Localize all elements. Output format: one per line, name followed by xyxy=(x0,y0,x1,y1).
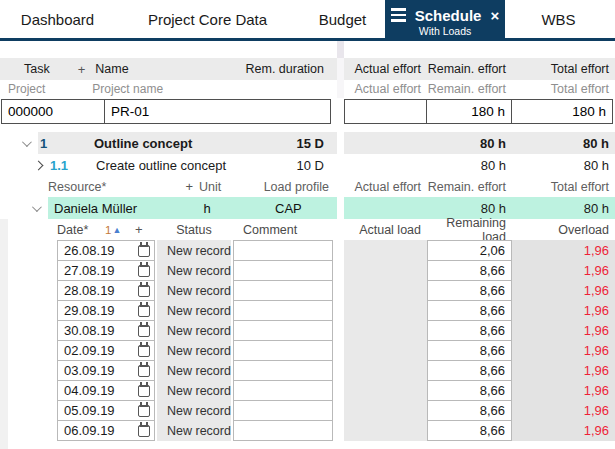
load-row: 27.08.19New record8,661,96 xyxy=(0,260,615,281)
col-date-label: Date* xyxy=(57,223,105,237)
add-resource-icon[interactable]: + xyxy=(185,179,193,194)
date-cell[interactable]: 28.08.19 xyxy=(57,280,155,301)
remaining-load-cell[interactable]: 8,66 xyxy=(427,280,512,301)
chevron-right-icon[interactable] xyxy=(34,160,44,170)
tab-budget[interactable]: Budget xyxy=(300,0,385,38)
tab-project-core-data[interactable]: Project Core Data xyxy=(115,0,300,38)
actual-load-cell xyxy=(344,320,427,341)
date-cell[interactable]: 06.09.19 xyxy=(57,420,155,441)
resource-total-effort: 80 h xyxy=(512,201,615,216)
calendar-icon[interactable] xyxy=(138,425,150,437)
date-cell[interactable]: 04.09.19 xyxy=(57,380,155,401)
task-row-1-1: 1.1 Create outline concept 10 D 80 h 80 … xyxy=(0,154,615,176)
overload-cell: 1,96 xyxy=(512,240,615,261)
calendar-icon[interactable] xyxy=(138,265,150,277)
task-rem-duration: 15 D xyxy=(297,136,337,151)
overload-cell: 1,96 xyxy=(512,420,615,441)
resource-remain-effort: 80 h xyxy=(427,201,512,216)
resource-header-row: Resource* + Unit Load profile Actual eff… xyxy=(0,176,615,197)
calendar-icon[interactable] xyxy=(138,365,150,377)
remaining-load-cell[interactable]: 8,66 xyxy=(427,340,512,361)
task-number[interactable]: 1.1 xyxy=(48,158,96,173)
status-value: New record xyxy=(167,344,231,358)
date-cell[interactable]: 26.08.19 xyxy=(57,240,155,261)
status-value: New record xyxy=(167,264,231,278)
remaining-load-cell[interactable]: 8,66 xyxy=(427,300,512,321)
col-comment-label: Comment xyxy=(231,223,337,237)
resource-row-daniela-mueller[interactable]: Daniela Müller h CAP 80 h 80 h xyxy=(0,197,615,219)
remaining-load-cell[interactable]: 8,66 xyxy=(427,380,512,401)
remaining-load-cell[interactable]: 8,66 xyxy=(427,420,512,441)
status-cell: New record xyxy=(157,380,231,401)
load-row: 03.09.19New record8,661,96 xyxy=(0,360,615,381)
load-row: 02.09.19New record8,661,96 xyxy=(0,340,615,361)
project-id-input[interactable]: 000000 xyxy=(1,99,105,124)
task-total-effort: 80 h xyxy=(512,158,615,173)
col-rem-duration-label: Rem. duration xyxy=(245,62,324,76)
sort-indicator[interactable]: 1 ▲ xyxy=(105,224,135,236)
actual-load-cell xyxy=(344,340,427,361)
status-value: New record xyxy=(167,244,231,258)
remain-effort-field-label: Remain. effort xyxy=(427,82,512,96)
calendar-icon[interactable] xyxy=(138,345,150,357)
task-row-1: 1 Outline concept 15 D 80 h 80 h xyxy=(0,132,615,154)
remaining-load-cell[interactable]: 2,06 xyxy=(427,240,512,261)
comment-cell[interactable] xyxy=(233,420,333,441)
comment-cell[interactable] xyxy=(233,400,333,421)
comment-cell[interactable] xyxy=(233,380,333,401)
project-total-effort-input[interactable]: 180 h xyxy=(511,99,613,124)
col-remain-effort-label: Remain. effort xyxy=(427,180,512,194)
calendar-icon[interactable] xyxy=(138,385,150,397)
load-row: 06.09.19New record8,661,96 xyxy=(0,420,615,441)
task-name: Create outline concept xyxy=(96,158,297,173)
add-load-row-icon[interactable]: + xyxy=(135,222,149,237)
menu-icon[interactable] xyxy=(391,8,406,22)
remaining-load-cell[interactable]: 8,66 xyxy=(427,400,512,421)
chevron-down-icon[interactable] xyxy=(32,202,42,212)
add-task-icon[interactable]: + xyxy=(78,62,86,77)
project-actual-effort-input[interactable] xyxy=(344,99,427,124)
close-icon[interactable]: × xyxy=(490,8,499,23)
remaining-load-cell[interactable]: 8,66 xyxy=(427,320,512,341)
date-cell[interactable]: 29.08.19 xyxy=(57,300,155,321)
overload-cell: 1,96 xyxy=(512,320,615,341)
comment-cell[interactable] xyxy=(233,300,333,321)
task-rem-duration: 10 D xyxy=(297,158,337,173)
comment-cell[interactable] xyxy=(233,280,333,301)
pane-divider xyxy=(337,41,344,58)
col-load-profile-label: Load profile xyxy=(237,180,337,194)
resource-unit: h xyxy=(177,201,237,216)
calendar-icon[interactable] xyxy=(138,285,150,297)
date-cell[interactable]: 03.09.19 xyxy=(57,360,155,381)
date-cell[interactable]: 02.09.19 xyxy=(57,340,155,361)
overload-cell: 1,96 xyxy=(512,280,615,301)
tab-dashboard[interactable]: Dashboard xyxy=(0,0,115,38)
chevron-down-icon[interactable] xyxy=(22,137,32,147)
calendar-icon[interactable] xyxy=(138,325,150,337)
remaining-load-cell[interactable]: 8,66 xyxy=(427,360,512,381)
col-actual-effort-label: Actual effort xyxy=(344,62,427,76)
col-name-label: Name xyxy=(95,62,128,76)
total-effort-field-label: Total effort xyxy=(512,82,615,96)
schedule-with-loads-window: Dashboard Project Core Data Budget Sched… xyxy=(0,0,615,449)
comment-cell[interactable] xyxy=(233,340,333,361)
calendar-icon[interactable] xyxy=(138,305,150,317)
comment-cell[interactable] xyxy=(233,320,333,341)
comment-cell[interactable] xyxy=(233,260,333,281)
comment-cell[interactable] xyxy=(233,240,333,261)
comment-cell[interactable] xyxy=(233,360,333,381)
date-cell[interactable]: 05.09.19 xyxy=(57,400,155,421)
calendar-icon[interactable] xyxy=(138,405,150,417)
tab-schedule[interactable]: Schedule × With Loads xyxy=(385,0,505,41)
calendar-icon[interactable] xyxy=(138,245,150,257)
remaining-load-cell[interactable]: 8,66 xyxy=(427,260,512,281)
tab-wbs[interactable]: WBS xyxy=(505,0,612,38)
col-total-effort-label: Total effort xyxy=(512,180,615,194)
project-remain-effort-input[interactable]: 180 h xyxy=(426,99,512,124)
date-cell[interactable]: 30.08.19 xyxy=(57,320,155,341)
project-name-input[interactable]: PR-01 xyxy=(104,99,331,124)
date-cell[interactable]: 27.08.19 xyxy=(57,260,155,281)
col-unit-label: Unit xyxy=(199,180,237,194)
actual-load-cell xyxy=(344,280,427,301)
status-value: New record xyxy=(167,404,231,418)
